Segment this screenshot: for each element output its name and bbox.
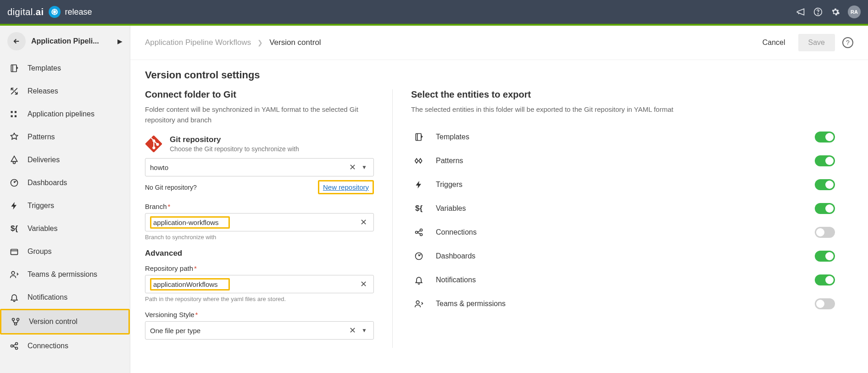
branch-field: Branch* ✕ Branch to synchronize with [145,203,374,241]
avatar[interactable]: RA [848,5,861,18]
repo-path-input[interactable] [153,280,227,288]
chevron-right-icon[interactable]: ▶ [117,38,122,45]
new-repo-link[interactable]: New repository [323,183,369,191]
svg-rect-4 [11,111,13,113]
clear-icon[interactable]: ✕ [358,279,369,289]
chevron-down-icon[interactable]: ▼ [358,327,369,334]
svg-point-22 [416,301,419,304]
entities-panel: Select the entities to export The select… [393,89,853,348]
svg-rect-3 [11,65,17,72]
entity-icon [411,275,427,285]
breadcrumb: Application Pipeline Workflows ❯ Version… [145,38,321,47]
sidebar: Application Pipeli... ▶ Templates Releas… [0,26,130,373]
sidebar-title: Application Pipeli... [31,37,112,45]
sidebar-item-label: Deliveries [28,156,60,164]
entity-label: Dashboards [427,252,815,260]
groups-icon [9,247,19,257]
brand-name2: ai [36,7,44,17]
breadcrumb-parent[interactable]: Application Pipeline Workflows [145,38,251,47]
sidebar-item-teams[interactable]: Teams & permissions [0,263,130,286]
git-icon [145,135,162,153]
cancel-button[interactable]: Cancel [757,35,791,50]
product-icon [49,6,61,18]
sidebar-item-label: Teams & permissions [28,270,97,279]
sidebar-item-notifications[interactable]: Notifications [0,286,130,309]
clear-icon[interactable]: ✕ [347,162,358,172]
sidebar-item-connections[interactable]: Connections [0,335,130,357]
git-repo-sub: Choose the Git repository to synchronize… [170,145,299,153]
git-repo-label: Git repository [170,135,299,144]
repo-select[interactable]: ✕ ▼ [145,158,374,176]
vstyle-field: Versioning Style* ✕ ▼ [145,311,374,340]
vstyle-input[interactable] [150,327,347,335]
entity-label: Templates [427,133,815,141]
repo-path-hint: Path in the repository where the yaml fi… [145,296,374,302]
entity-toggle[interactable] [815,155,835,166]
svg-rect-5 [11,115,13,117]
entity-icon [411,228,427,237]
sidebar-item-dashboards[interactable]: Dashboards [0,171,130,194]
entity-toggle[interactable] [815,298,835,309]
entity-row: Notifications [411,268,835,292]
gear-icon[interactable] [830,7,840,17]
svg-point-18 [416,231,418,233]
svg-point-11 [12,318,15,321]
sidebar-item-app-pipelines[interactable]: Application pipelines [0,103,130,126]
entity-label: Triggers [427,181,815,189]
svg-point-16 [16,347,18,350]
svg-point-20 [420,233,423,236]
breadcrumb-current: Version control [269,38,321,47]
announce-icon[interactable] [796,7,806,17]
clear-icon[interactable]: ✕ [347,325,358,335]
triggers-icon [9,201,19,211]
save-button[interactable]: Save [798,34,835,51]
sidebar-item-variables[interactable]: ${ Variables [0,217,130,240]
sidebar-item-groups[interactable]: Groups [0,240,130,263]
entity-toggle[interactable] [815,227,835,238]
main-header: Application Pipeline Workflows ❯ Version… [130,26,868,60]
entity-toggle[interactable] [815,179,835,190]
svg-point-2 [818,14,818,14]
entity-row: ${Variables [411,197,835,220]
svg-point-10 [11,271,15,274]
entity-toggle[interactable] [815,203,835,214]
repo-input[interactable] [150,164,347,171]
entity-toggle[interactable] [815,251,835,262]
releases-icon [9,86,19,96]
entity-icon [411,156,427,165]
repo-path-input-wrap[interactable]: ✕ [145,275,374,293]
topbar-actions: RA [796,5,861,18]
vstyle-label: Versioning Style* [145,311,374,318]
repo-field: ✕ ▼ No Git repository? New repository [145,158,374,194]
vstyle-select[interactable]: ✕ ▼ [145,321,374,340]
entity-toggle[interactable] [815,132,835,143]
entity-row: Triggers [411,173,835,197]
entity-toggle[interactable] [815,274,835,285]
entity-icon: ${ [411,204,427,213]
no-repo-text: No Git repository? [145,184,197,191]
svg-point-19 [420,229,423,231]
connect-git-panel: Connect folder to Git Folder content wil… [145,89,393,348]
repo-path-field: Repository path* ✕ Path in the repositor… [145,264,374,302]
entity-label: Patterns [427,157,815,165]
entity-label: Connections [427,228,815,236]
sidebar-item-deliveries[interactable]: Deliveries [0,148,130,171]
help-icon[interactable] [813,7,823,17]
sidebar-item-templates[interactable]: Templates [0,57,130,80]
pipelines-icon [9,109,19,119]
sidebar-item-releases[interactable]: Releases [0,80,130,103]
advanced-heading: Advanced [145,249,374,258]
sidebar-item-triggers[interactable]: Triggers [0,194,130,217]
help-icon[interactable]: ? [842,37,853,48]
main: Application Pipeline Workflows ❯ Version… [130,26,868,373]
sidebar-item-label: Releases [28,87,58,95]
chevron-down-icon[interactable]: ▼ [358,164,369,170]
sidebar-item-patterns[interactable]: Patterns [0,126,130,148]
branch-input-wrap[interactable]: ✕ [145,213,374,231]
back-button[interactable] [7,32,26,50]
clear-icon[interactable]: ✕ [358,217,369,227]
entity-icon [411,252,427,261]
sidebar-item-version-control[interactable]: Version control [1,310,128,333]
branch-input[interactable] [153,219,227,226]
entity-row: Connections [411,220,835,244]
